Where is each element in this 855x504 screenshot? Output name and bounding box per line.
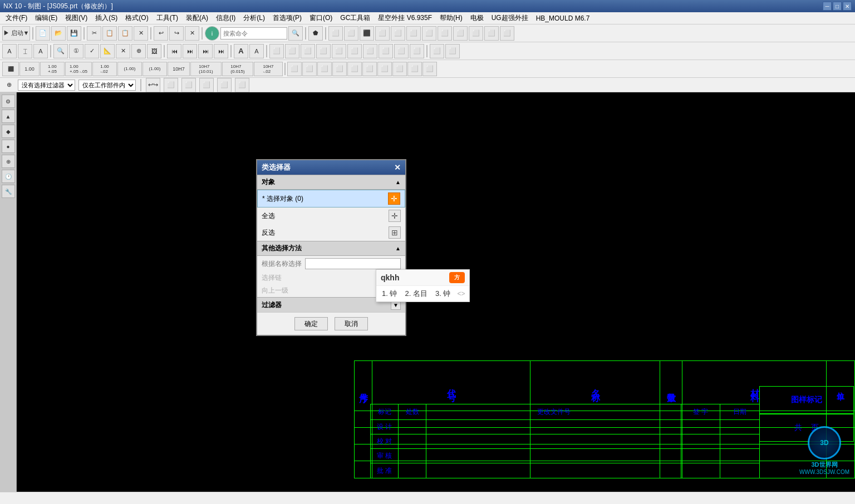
tb2-plus[interactable]: ⊕ <box>131 44 146 58</box>
tb-a8[interactable]: ⬜ <box>438 26 452 41</box>
dim-t7[interactable]: ⬜ <box>377 62 392 76</box>
menu-insert[interactable]: 插入(S) <box>92 12 121 24</box>
cut-button[interactable]: ✂ <box>87 26 101 41</box>
tb-a2[interactable]: ⬜ <box>344 26 358 41</box>
dim-7[interactable]: 10H7 <box>168 62 190 76</box>
tb2-tl[interactable]: ⬜ <box>410 44 424 58</box>
dim-t3[interactable]: ⬜ <box>317 62 332 76</box>
filter-btn6[interactable]: ⬜ <box>235 78 249 92</box>
fit-btn[interactable]: ⬟ <box>308 26 323 41</box>
section-object-header[interactable]: 对象 ▲ <box>257 175 405 190</box>
search-btn[interactable]: 🔍 <box>288 26 303 41</box>
select-object-plus[interactable]: ✛ <box>388 192 400 205</box>
dim-1[interactable]: 1.00 <box>19 62 40 76</box>
tb-a3[interactable]: ⬛ <box>360 26 374 41</box>
tb2-dim[interactable]: 📐 <box>100 44 115 58</box>
start-button[interactable]: ▶ 启动▼ <box>2 26 30 41</box>
workpart-filter-select[interactable]: 仅在工作部件内 <box>78 80 136 91</box>
dim-t1[interactable]: ⬜ <box>287 62 302 76</box>
dim-10[interactable]: 10H7-.02 <box>254 62 283 76</box>
menu-file[interactable]: 文件(F) <box>2 12 31 24</box>
menu-info[interactable]: 信息(I) <box>213 12 239 24</box>
dialog-ok-button[interactable]: 确定 <box>294 317 328 330</box>
tb-a1[interactable]: ⬜ <box>328 26 343 41</box>
sidebar-clock[interactable]: 🕐 <box>2 170 15 183</box>
selection-filter-select[interactable]: 没有选择过滤器 <box>18 80 75 91</box>
menu-assembly[interactable]: 装配(A) <box>183 12 212 24</box>
candidate-3[interactable]: 3. 钟 <box>434 288 451 299</box>
tb2-tk[interactable]: ⬜ <box>394 44 409 58</box>
tb2-td[interactable]: ⬜ <box>285 44 299 58</box>
invert-plus[interactable]: ⊞ <box>389 226 401 239</box>
copy-button[interactable]: 📋 <box>102 26 117 41</box>
menu-analysis[interactable]: 分析(L) <box>240 12 268 24</box>
sidebar-tools[interactable]: 🔧 <box>2 185 15 198</box>
tb2-ta[interactable]: A <box>234 44 248 58</box>
tb2-cross[interactable]: ✕ <box>116 44 130 58</box>
dim-8[interactable]: 10H7(10.01) <box>190 62 222 76</box>
dim-t2[interactable]: ⬜ <box>302 62 317 76</box>
candidate-1[interactable]: 1. 钟 <box>381 288 398 299</box>
dialog-cancel-button[interactable]: 取消 <box>335 317 368 330</box>
tb2-b[interactable]: ⌶ <box>18 44 32 58</box>
filter-btn4[interactable]: ⬜ <box>199 78 214 92</box>
menu-tools[interactable]: 工具(T) <box>153 12 181 24</box>
tb2-f1[interactable]: ⏮ <box>167 44 181 58</box>
redo-button[interactable]: ↪ <box>169 26 184 41</box>
tb2-tc[interactable]: ⬜ <box>269 44 284 58</box>
tb2-tf[interactable]: ⬜ <box>316 44 331 58</box>
class-selector-dialog[interactable]: 类选择器 ✕ 对象 ▲ * 选择对象 (0) ✛ 全选 ✛ <box>256 159 406 336</box>
tb2-tm[interactable]: ⬜ <box>430 44 444 58</box>
paste-button[interactable]: 📋 <box>118 26 132 41</box>
select-object-row[interactable]: * 选择对象 (0) ✛ <box>257 190 405 207</box>
name-filter-input[interactable] <box>305 258 401 269</box>
minimize-button[interactable]: ─ <box>823 2 832 11</box>
menu-help[interactable]: 帮助(H) <box>436 12 466 24</box>
select-all-row[interactable]: 全选 ✛ <box>257 207 405 224</box>
section-other-header[interactable]: 其他选择方法 ▲ <box>257 241 405 256</box>
search-input[interactable] <box>220 27 287 39</box>
dialog-close-button[interactable]: ✕ <box>394 163 401 172</box>
tb-a6[interactable]: ⬜ <box>406 26 421 41</box>
tb2-tb[interactable]: A <box>249 44 264 58</box>
cancel-button[interactable]: ✕ <box>185 26 199 41</box>
dim-2[interactable]: 1.00+.05 <box>40 62 65 76</box>
dim-6[interactable]: (1.00) <box>142 62 167 76</box>
dim-t8[interactable]: ⬜ <box>392 62 407 76</box>
tb-a7[interactable]: ⬜ <box>422 26 436 41</box>
tb2-f4[interactable]: ⏭ <box>214 44 228 58</box>
dim-5[interactable]: (1.00) <box>117 62 142 76</box>
tb2-zoom[interactable]: 🔍 <box>53 44 68 58</box>
delete-button[interactable]: ✕ <box>134 26 148 41</box>
tb2-th[interactable]: ⬜ <box>347 44 362 58</box>
tb2-tn[interactable]: ⬜ <box>445 44 460 58</box>
invert-row[interactable]: 反选 ⊞ <box>257 224 405 241</box>
info-button[interactable]: i <box>205 26 219 41</box>
menu-starext[interactable]: 星空外挂 V6.935F <box>375 12 435 24</box>
dim-t10[interactable]: ⬜ <box>422 62 437 76</box>
menu-hbmould[interactable]: HB_MOULD M6.7 <box>533 13 593 23</box>
sidebar-view4[interactable]: ⊕ <box>2 155 15 168</box>
tb-a11[interactable]: ⬜ <box>484 26 499 41</box>
menu-electrode[interactable]: 电极 <box>467 12 487 24</box>
tb2-check[interactable]: ✓ <box>85 44 99 58</box>
tb-a5[interactable]: ⬜ <box>391 26 405 41</box>
select-all-plus[interactable]: ✛ <box>389 210 401 222</box>
dim-3[interactable]: 1.00+.05 -.05 <box>65 62 92 76</box>
sidebar-view2[interactable]: ◆ <box>2 125 15 138</box>
tb2-te[interactable]: ⬜ <box>301 44 315 58</box>
menu-format[interactable]: 格式(O) <box>122 12 151 24</box>
tb2-f3[interactable]: ⏭ <box>198 44 213 58</box>
tb2-tj[interactable]: ⬜ <box>379 44 393 58</box>
sidebar-view1[interactable]: ▲ <box>2 110 15 123</box>
tb2-a[interactable]: A <box>2 44 17 58</box>
canvas-area[interactable]: 序号 代号 名称 数量 材料 单位 <box>17 92 855 492</box>
dim-t4[interactable]: ⬜ <box>332 62 347 76</box>
dim-t9[interactable]: ⬜ <box>407 62 422 76</box>
sidebar-view3[interactable]: ● <box>2 140 15 153</box>
dim-4[interactable]: 1.00-.02 <box>92 62 117 76</box>
ime-nav[interactable]: <> <box>457 290 465 298</box>
sidebar-gear[interactable]: ⚙ <box>2 95 15 108</box>
maximize-button[interactable]: □ <box>833 2 842 11</box>
filter-btn2[interactable]: ⬜ <box>164 78 178 92</box>
